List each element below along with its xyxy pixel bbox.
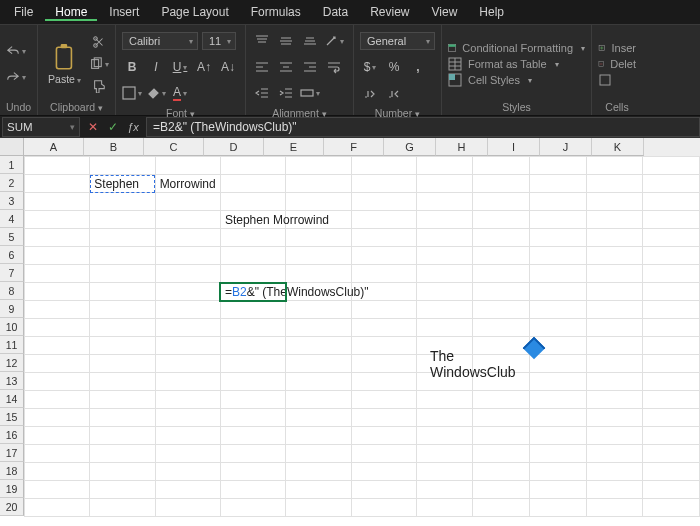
row-header-12[interactable]: 12	[0, 354, 24, 372]
row-header-2[interactable]: 2	[0, 174, 24, 192]
cell-K19[interactable]	[643, 481, 700, 499]
cell-H17[interactable]	[473, 445, 530, 463]
name-box[interactable]: SUM▾	[2, 117, 80, 137]
copy-button[interactable]	[89, 54, 109, 74]
cell-F4[interactable]	[351, 211, 416, 229]
cell-F2[interactable]	[351, 175, 416, 193]
cell-B15[interactable]	[90, 409, 155, 427]
cell-B20[interactable]	[90, 499, 155, 517]
cell-I19[interactable]	[530, 481, 587, 499]
cell-G14[interactable]	[416, 391, 473, 409]
cell-E7[interactable]	[286, 265, 351, 283]
cell-I12[interactable]	[530, 355, 587, 373]
cell-F6[interactable]	[351, 247, 416, 265]
cell-A8[interactable]	[25, 283, 90, 301]
cell-J1[interactable]	[586, 157, 643, 175]
cell-A13[interactable]	[25, 373, 90, 391]
cell-B8[interactable]	[90, 283, 155, 301]
row-header-19[interactable]: 19	[0, 480, 24, 498]
cell-A4[interactable]	[25, 211, 90, 229]
cell-A6[interactable]	[25, 247, 90, 265]
increase-decimal-button[interactable]	[360, 83, 380, 103]
cell-A18[interactable]	[25, 463, 90, 481]
cell-B7[interactable]	[90, 265, 155, 283]
cell-I8[interactable]	[530, 283, 587, 301]
row-header-9[interactable]: 9	[0, 300, 24, 318]
cell-J7[interactable]	[586, 265, 643, 283]
row-header-14[interactable]: 14	[0, 390, 24, 408]
cell-K1[interactable]	[643, 157, 700, 175]
cell-D11[interactable]	[220, 337, 285, 355]
cell-J11[interactable]	[586, 337, 643, 355]
cell-J16[interactable]	[586, 427, 643, 445]
cell-E1[interactable]	[286, 157, 351, 175]
cell-K6[interactable]	[643, 247, 700, 265]
cell-F19[interactable]	[351, 481, 416, 499]
cell-D9[interactable]	[220, 301, 285, 319]
cell-D6[interactable]	[220, 247, 285, 265]
align-top-button[interactable]	[252, 31, 272, 51]
cell-D18[interactable]	[220, 463, 285, 481]
cell-A16[interactable]	[25, 427, 90, 445]
cell-K8[interactable]	[643, 283, 700, 301]
cell-G9[interactable]	[416, 301, 473, 319]
cell-F1[interactable]	[351, 157, 416, 175]
cell-K9[interactable]	[643, 301, 700, 319]
row-header-6[interactable]: 6	[0, 246, 24, 264]
cell-J3[interactable]	[586, 193, 643, 211]
cell-I16[interactable]	[530, 427, 587, 445]
cell-J12[interactable]	[586, 355, 643, 373]
wrap-text-button[interactable]	[324, 57, 344, 77]
cell-C8[interactable]	[155, 283, 220, 301]
cell-I20[interactable]	[530, 499, 587, 517]
cell-H6[interactable]	[473, 247, 530, 265]
cell-H1[interactable]	[473, 157, 530, 175]
cell-C3[interactable]	[155, 193, 220, 211]
cell-J18[interactable]	[586, 463, 643, 481]
cell-D3[interactable]	[220, 193, 285, 211]
cell-A10[interactable]	[25, 319, 90, 337]
increase-indent-button[interactable]	[276, 83, 296, 103]
cell-E19[interactable]	[286, 481, 351, 499]
cell-B13[interactable]	[90, 373, 155, 391]
cell-K16[interactable]	[643, 427, 700, 445]
align-bottom-button[interactable]	[300, 31, 320, 51]
menu-file[interactable]: File	[4, 3, 43, 21]
cell-F16[interactable]	[351, 427, 416, 445]
col-header-J[interactable]: J	[540, 138, 592, 156]
cell-I6[interactable]	[530, 247, 587, 265]
cell-K5[interactable]	[643, 229, 700, 247]
cell-H16[interactable]	[473, 427, 530, 445]
cell-C11[interactable]	[155, 337, 220, 355]
cell-B2[interactable]: Stephen	[90, 175, 155, 193]
cell-A3[interactable]	[25, 193, 90, 211]
cell-E5[interactable]	[286, 229, 351, 247]
cell-I3[interactable]	[530, 193, 587, 211]
cell-J20[interactable]	[586, 499, 643, 517]
cell-E10[interactable]	[286, 319, 351, 337]
cell-K18[interactable]	[643, 463, 700, 481]
cell-D15[interactable]	[220, 409, 285, 427]
underline-button[interactable]: U	[170, 57, 190, 77]
cell-A11[interactable]	[25, 337, 90, 355]
cell-A19[interactable]	[25, 481, 90, 499]
number-format-select[interactable]: General▾	[360, 32, 435, 50]
cell-C18[interactable]	[155, 463, 220, 481]
cell-C19[interactable]	[155, 481, 220, 499]
cell-D16[interactable]	[220, 427, 285, 445]
cell-B6[interactable]	[90, 247, 155, 265]
cell-G10[interactable]	[416, 319, 473, 337]
cell-C1[interactable]	[155, 157, 220, 175]
format-painter-button[interactable]	[89, 76, 109, 96]
cell-J9[interactable]	[586, 301, 643, 319]
font-size-select[interactable]: 11▾	[202, 32, 236, 50]
cell-K14[interactable]	[643, 391, 700, 409]
row-header-3[interactable]: 3	[0, 192, 24, 210]
cell-G20[interactable]	[416, 499, 473, 517]
cell-H20[interactable]	[473, 499, 530, 517]
formula-accept-button[interactable]: ✓	[104, 118, 122, 136]
cell-D2[interactable]	[220, 175, 285, 193]
col-header-H[interactable]: H	[436, 138, 488, 156]
cell-H18[interactable]	[473, 463, 530, 481]
cell-H4[interactable]	[473, 211, 530, 229]
